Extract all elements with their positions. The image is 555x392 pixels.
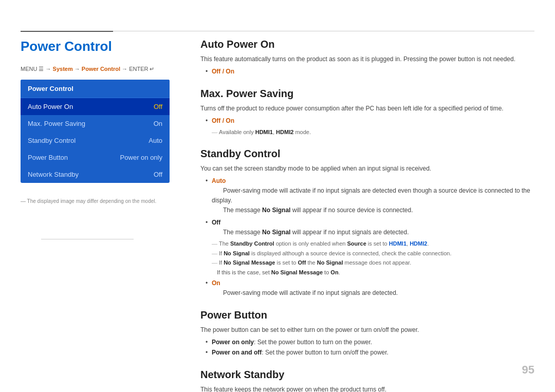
bullet-power-on-off: Power on and off: Set the power button t… bbox=[206, 348, 534, 358]
section-title-power-button: Power Button bbox=[200, 309, 534, 321]
network-standby-desc: This feature keeps the network power on … bbox=[200, 385, 534, 392]
standby-bullets: Auto Power-saving mode will activate if … bbox=[206, 176, 534, 237]
menu-item-auto-power-on[interactable]: Auto Power On Off bbox=[21, 98, 170, 115]
menu-box-title: Power Control bbox=[21, 80, 170, 98]
bullet-auto: Auto Power-saving mode will activate if … bbox=[206, 176, 534, 216]
bullet-off-standby: Off The message No Signal will appear if… bbox=[206, 218, 534, 237]
max-power-saving-bullets: Off / On bbox=[206, 116, 534, 126]
menu-item-network-standby[interactable]: Network Standby Off bbox=[21, 166, 170, 183]
menu-item-label-3: Standby Control bbox=[28, 137, 76, 144]
menu-item-standby-control[interactable]: Standby Control Auto bbox=[21, 132, 170, 149]
power-control-link: Power Control bbox=[82, 66, 120, 72]
standby-note2: If No Signal is displayed although a sou… bbox=[212, 249, 534, 258]
standby-control-desc: You can set the screen standby mode to b… bbox=[200, 164, 534, 173]
breadcrumb: MENU ☰ → System → Power Control → ENTER … bbox=[21, 66, 180, 72]
menu-item-value-4: Power on only bbox=[120, 154, 162, 161]
power-button-bullets: Power on only: Set the power button to t… bbox=[206, 338, 534, 357]
bullet-off-on-2: Off / On bbox=[206, 116, 534, 126]
hdmi-note: Available only HDMI1, HDMI2 mode. bbox=[212, 128, 534, 137]
bullet-on-standby: On Power-saving mode will activate if no… bbox=[206, 278, 534, 298]
menu-item-value-3: Auto bbox=[149, 137, 162, 144]
menu-item-value-2: On bbox=[154, 120, 162, 127]
menu-item-max-power-saving[interactable]: Max. Power Saving On bbox=[21, 115, 170, 132]
bullet-off-on-1: Off / On bbox=[206, 67, 534, 77]
page-title: Power Control bbox=[21, 39, 180, 54]
page-number: 95 bbox=[522, 363, 534, 377]
power-button-desc: The power button can be set to either tu… bbox=[200, 325, 534, 334]
menu-item-value-1: Off bbox=[154, 103, 162, 110]
left-panel: Power Control MENU ☰ → System → Power Co… bbox=[21, 39, 180, 204]
section-title-max-power-saving: Max. Power Saving bbox=[200, 88, 534, 100]
bullet-power-on-only: Power on only: Set the power button to t… bbox=[206, 338, 534, 347]
menu-item-label-4: Power Button bbox=[28, 154, 68, 161]
model-note: The displayed image may differ depending… bbox=[21, 198, 180, 204]
section-title-auto-power-on: Auto Power On bbox=[200, 39, 534, 50]
menu-item-power-button[interactable]: Power Button Power on only bbox=[21, 149, 170, 166]
section-title-network-standby: Network Standby bbox=[200, 369, 534, 381]
menu-label: MENU ☰ bbox=[21, 66, 44, 72]
top-accent-line bbox=[21, 31, 113, 32]
menu-item-value-5: Off bbox=[154, 171, 162, 178]
menu-item-label-5: Network Standby bbox=[28, 171, 79, 178]
menu-box: Power Control Auto Power On Off Max. Pow… bbox=[21, 80, 170, 183]
section-title-standby-control: Standby Control bbox=[200, 148, 534, 160]
menu-item-label-2: Max. Power Saving bbox=[28, 120, 85, 127]
max-power-saving-desc: Turns off the product to reduce power co… bbox=[200, 104, 534, 113]
auto-power-on-desc: This feature automatically turns on the … bbox=[200, 54, 534, 64]
standby-note3b: If this is the case, set No Signal Messa… bbox=[217, 268, 534, 277]
standby-on-bullet: On Power-saving mode will activate if no… bbox=[206, 278, 534, 298]
auto-power-on-bullets: Off / On bbox=[206, 67, 534, 77]
standby-note1: The Standby Control option is only enabl… bbox=[212, 239, 534, 248]
right-panel: Auto Power On This feature automatically… bbox=[200, 39, 534, 392]
standby-note3: If No Signal Message is set to Off the N… bbox=[212, 258, 534, 267]
system-link: System bbox=[53, 66, 73, 72]
menu-item-label-1: Auto Power On bbox=[28, 103, 73, 110]
left-divider bbox=[41, 239, 134, 239]
